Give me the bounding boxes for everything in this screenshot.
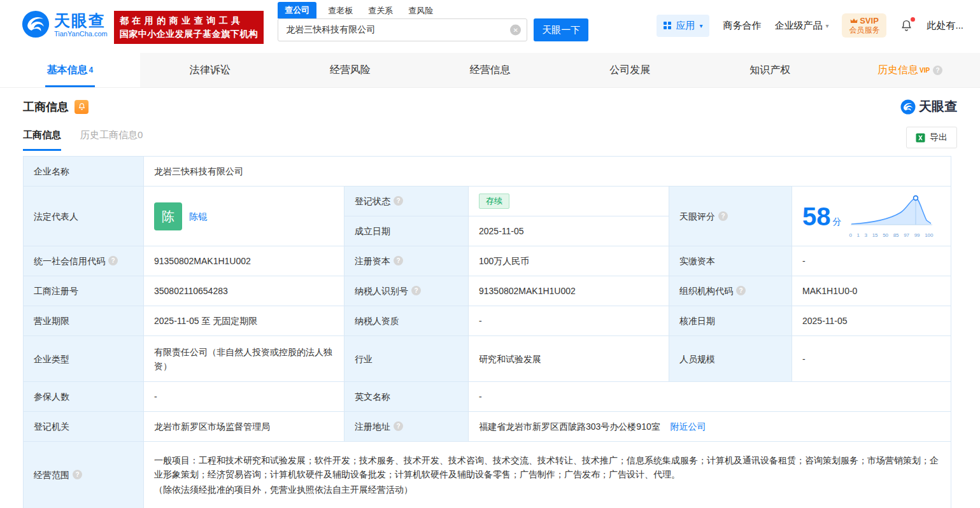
help-icon[interactable]: ? [718,211,728,221]
tab-intellectual-property[interactable]: 知识产权 [700,53,840,87]
tab-label: 法律诉讼 [190,64,231,77]
monitor-bell-button[interactable] [75,100,89,114]
field-label: 注册地址 [355,421,390,432]
axis-tick: 100 [925,232,933,239]
search-button[interactable]: 天眼一下 [534,18,588,41]
help-icon[interactable]: ? [108,256,118,265]
notifications-button[interactable] [900,19,913,32]
help-icon[interactable]: ? [736,286,746,295]
svip-label: SVIP [860,16,879,25]
field-label-paid-in-capital: 实缴资本 [669,246,792,276]
crown-icon [850,18,858,24]
field-value-paid-in-capital: - [792,246,951,276]
field-label: 登记状态 [355,196,390,206]
legal-rep-avatar[interactable]: 陈 [154,202,182,230]
field-value-establishment-date: 2025-11-05 [469,216,669,246]
axis-tick: 97 [904,232,909,239]
export-button[interactable]: 导出 [906,127,957,148]
help-icon[interactable]: ? [73,470,82,479]
field-label: 法定代表人 [34,211,78,222]
field-value: 2025-11-05 [802,316,848,326]
score-axis: 0 1 3 15 50 85 97 99 100 [849,232,934,239]
help-icon[interactable]: ? [394,256,403,265]
subtab-history-registration-info[interactable]: 历史工商信息0 [80,129,143,151]
search-tab-risk[interactable]: 查风险 [408,5,433,18]
field-value: 研究和试验发展 [479,354,541,364]
field-label: 行业 [355,354,373,364]
search-tab-relation[interactable]: 查关系 [368,5,393,18]
field-value: 2025-11-05 [479,226,524,236]
axis-tick: 15 [872,232,878,239]
field-label-taxpayer-qualification: 纳税人资质 [344,306,469,336]
tab-business-info[interactable]: 经营信息 [420,53,560,87]
field-value-business-term: 2025-11-05 至 无固定期限 [144,306,344,336]
help-icon[interactable]: ? [933,66,942,75]
page-header: 天眼查 TianYanCha.com 都在用的商业查询工具 国家中小企业发展子基… [0,0,980,53]
status-badge: 存续 [479,194,509,209]
company-search-input[interactable] [278,18,527,41]
enterprise-products-menu[interactable]: 企业级产品 ▾ [774,20,828,32]
more-menu[interactable]: 此处有... [927,20,963,32]
field-label-tianyan-score: 天眼评分? [669,187,792,246]
field-label-english-name: 英文名称 [344,382,469,412]
help-icon[interactable]: ? [411,286,421,295]
field-value: 有限责任公司（非自然人投资或控股的法人独资） [154,347,332,371]
help-icon[interactable]: ? [394,421,403,431]
field-label-registration-authority: 登记机关 [24,412,144,442]
field-label: 核准日期 [679,316,715,326]
field-label: 登记机关 [34,421,69,432]
axis-tick: 1 [857,232,860,239]
field-label: 实缴资本 [679,256,715,266]
field-value-business-scope: 一般项目：工程和技术研究和试验发展；软件开发；技术服务、技术开发、技术咨询、技术… [144,442,951,508]
search-tab-boss[interactable]: 查老板 [328,5,353,18]
field-label: 天眼评分 [679,211,715,222]
bell-icon [78,102,86,111]
field-value: - [154,392,157,402]
table-row: 登记机关 龙岩市新罗区市场监督管理局 注册地址? 福建省龙岩市新罗区西陂路303… [24,412,951,442]
field-label: 成立日期 [355,226,390,236]
field-label-company-type: 企业类型 [24,336,144,382]
tab-label: 经营信息 [470,64,511,77]
field-value: - [802,354,806,364]
tianyancha-logo[interactable]: 天眼查 TianYanCha.com [22,10,108,38]
field-value-english-name: - [469,382,951,412]
tab-label: 基本信息 [47,64,88,77]
field-value-registered-capital: 100万人民币 [469,246,669,276]
nearby-companies-link[interactable]: 附近公司 [671,421,706,432]
score-distribution-chart: 0 1 3 15 50 85 97 99 100 [849,194,934,239]
tab-history-info[interactable]: 历史信息 VIP ? [840,53,980,87]
search-row: ✕ 天眼一下 [278,18,588,41]
field-label: 注册资本 [355,256,390,266]
field-value: - [479,392,482,402]
field-value-registration-status: 存续 [469,187,669,216]
business-scope-note: （除依法须经批准的项目外，凭营业执照依法自主开展经营活动） [154,483,941,497]
business-cooperation-link[interactable]: 商务合作 [723,20,761,32]
field-label-business-term: 营业期限 [24,306,144,336]
axis-tick: 3 [865,232,867,239]
field-value-taxpayer-qualification: - [469,306,669,336]
field-label: 统一社会信用代码 [34,256,105,266]
legal-rep-link[interactable]: 陈锟 [189,209,207,223]
tianyancha-swirl-icon [22,10,50,38]
subtab-registration-info[interactable]: 工商信息 [23,129,61,151]
help-icon[interactable]: ? [394,196,403,206]
field-value-industry: 研究和试验发展 [469,336,669,382]
axis-tick: 85 [893,232,899,239]
tianyancha-swirl-icon [900,99,916,115]
vip-badge: VIP [920,67,930,74]
apps-menu-button[interactable]: 应用 ▾ [657,15,709,37]
table-row: 经营范围? 一般项目：工程和技术研究和试验发展；软件开发；技术服务、技术开发、技… [24,442,951,508]
clear-search-icon[interactable]: ✕ [510,25,521,36]
svip-member-button[interactable]: SVIP 会员服务 [842,13,886,38]
avatar-initial: 陈 [162,209,174,223]
search-tab-company[interactable]: 查公司 [278,2,316,18]
close-icon: ✕ [513,27,518,34]
tab-business-risk[interactable]: 经营风险 [280,53,420,87]
axis-tick: 50 [883,232,888,239]
tab-legal-proceedings[interactable]: 法律诉讼 [140,53,280,87]
tab-company-development[interactable]: 公司发展 [560,53,700,87]
brand-slogan-badge: 都在用的商业查询工具 国家中小企业发展子基金旗下机构 [114,11,264,44]
tab-basic-info[interactable]: 基本信息 4 [0,53,140,87]
field-label-credit-code: 统一社会信用代码? [24,246,144,276]
field-label: 英文名称 [355,392,390,402]
